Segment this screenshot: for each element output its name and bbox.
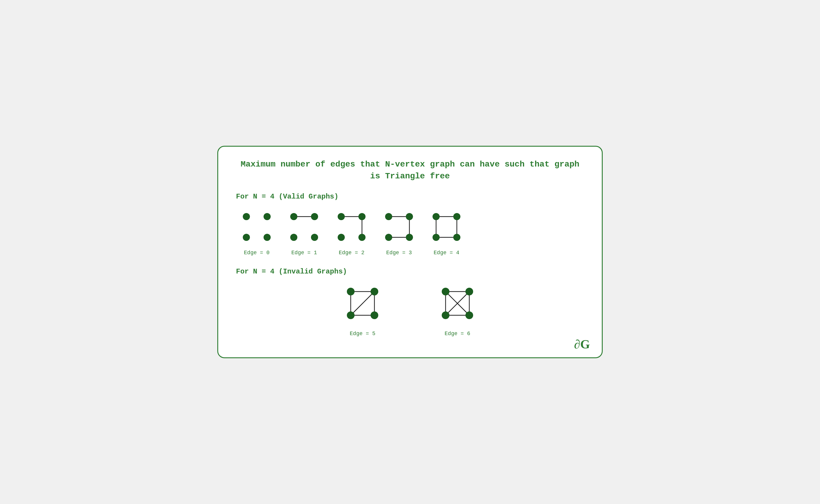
graph-edge-1: Edge = 1 (283, 208, 325, 256)
svg-point-14 (358, 234, 365, 241)
svg-point-18 (385, 213, 392, 220)
svg-point-45 (442, 288, 450, 295)
svg-point-13 (338, 234, 345, 241)
graph-edge-3: Edge = 3 (378, 208, 420, 256)
svg-point-28 (433, 234, 440, 241)
geeksforgeeks-logo: ∂G (574, 337, 590, 351)
svg-point-35 (347, 288, 354, 295)
svg-point-19 (406, 213, 413, 220)
graph-edge-0: Edge = 0 (236, 208, 277, 256)
graph-edge-6: Edge = 6 (434, 283, 481, 337)
svg-point-1 (263, 213, 271, 220)
svg-point-46 (466, 288, 473, 295)
svg-point-36 (370, 288, 378, 295)
invalid-graphs-row: Edge = 5 Edge = 6 (236, 283, 584, 337)
svg-point-27 (453, 213, 461, 220)
svg-line-34 (351, 292, 374, 315)
main-card: Maximum number of edges that N-vertex gr… (217, 146, 603, 358)
svg-point-2 (243, 234, 250, 241)
label-edge-2: Edge = 2 (339, 250, 364, 256)
svg-point-8 (311, 234, 318, 241)
svg-point-29 (453, 234, 461, 241)
graph-edge-5: Edge = 5 (339, 283, 386, 337)
svg-point-3 (263, 234, 271, 241)
svg-point-12 (358, 213, 365, 220)
label-edge-4: Edge = 4 (434, 250, 459, 256)
valid-graphs-row: Edge = 0 Edge = 1 Edge = 2 (236, 208, 584, 256)
svg-point-0 (243, 213, 250, 220)
svg-point-38 (370, 311, 378, 319)
svg-point-26 (433, 213, 440, 220)
label-edge-0: Edge = 0 (244, 250, 269, 256)
invalid-section-title: For N = 4 (Invalid Graphs) (236, 268, 584, 276)
svg-point-11 (338, 213, 345, 220)
svg-point-6 (311, 213, 318, 220)
svg-point-47 (442, 311, 450, 319)
svg-point-7 (290, 234, 297, 241)
svg-point-20 (385, 234, 392, 241)
svg-point-5 (290, 213, 297, 220)
svg-point-37 (347, 311, 354, 319)
label-edge-1: Edge = 1 (291, 250, 317, 256)
valid-section-title: For N = 4 (Valid Graphs) (236, 193, 584, 201)
graph-edge-2: Edge = 2 (331, 208, 372, 256)
label-edge-3: Edge = 3 (386, 250, 412, 256)
label-edge-5: Edge = 5 (350, 331, 375, 337)
label-edge-6: Edge = 6 (445, 331, 470, 337)
page-title: Maximum number of edges that N-vertex gr… (236, 159, 584, 182)
graph-edge-4: Edge = 4 (426, 208, 467, 256)
svg-point-48 (466, 311, 473, 319)
svg-point-21 (406, 234, 413, 241)
